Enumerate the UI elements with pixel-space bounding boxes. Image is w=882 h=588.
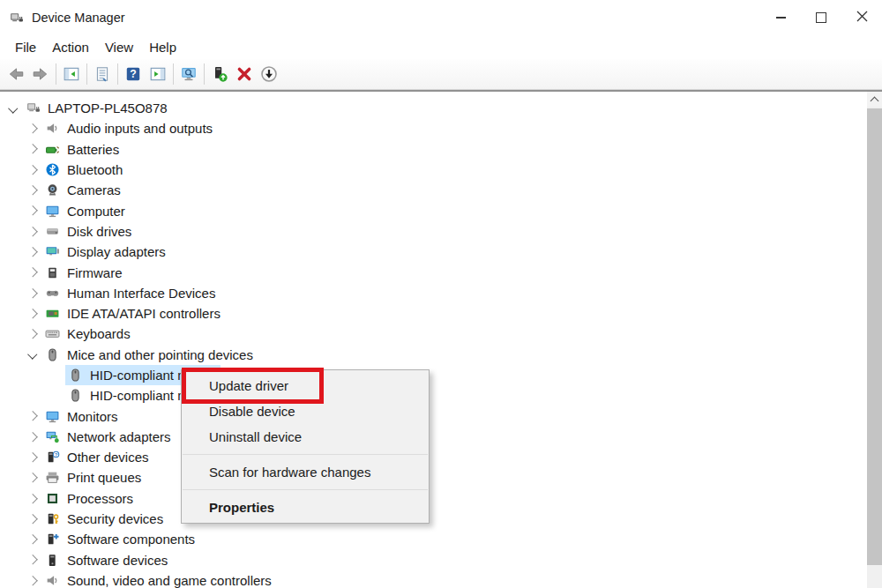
chevron-right-icon[interactable] (23, 331, 42, 338)
tree-item-cameras[interactable]: Cameras (0, 180, 882, 200)
tree-item-disk-drives[interactable]: Disk drives (0, 221, 882, 242)
help-button[interactable]: ? (121, 62, 146, 86)
chevron-right-icon[interactable] (23, 310, 42, 317)
tree-row-content[interactable]: Mice and other pointing devices (42, 345, 257, 365)
tree-row-content[interactable]: Monitors (42, 406, 122, 426)
tree-item-hid-compliant-mouse-14[interactable]: HID-compliant mouse (0, 385, 882, 406)
chevron-down-icon[interactable] (23, 351, 42, 358)
tree-row-content[interactable]: Computer (42, 200, 129, 220)
tree-row-content[interactable]: Cameras (42, 180, 124, 200)
scan-hardware-changes-button[interactable] (176, 62, 201, 86)
toolbar-separator (56, 63, 56, 85)
chevron-right-icon[interactable] (23, 434, 42, 441)
menu-help[interactable]: Help (141, 37, 184, 57)
toolbar-separator (117, 63, 118, 85)
tree-item-label: Human Interface Devices (66, 286, 215, 301)
properties-icon (93, 65, 111, 83)
chevron-right-icon[interactable] (23, 556, 42, 563)
tree-item-processors[interactable]: Processors (0, 488, 882, 509)
show-action-pane-button[interactable] (146, 62, 170, 86)
tree-item-laptop-pl45o878[interactable]: LAPTOP-PL45O878 (0, 98, 882, 118)
chevron-right-icon[interactable] (23, 516, 42, 523)
chevron-right-icon[interactable] (23, 167, 42, 174)
context-menu-item-scan-for-hardware-changes[interactable]: Scan for hardware changes (182, 459, 429, 485)
chevron-right-icon[interactable] (23, 290, 42, 297)
tree-item-print-queues[interactable]: Print queues (0, 467, 882, 488)
tree-row-content[interactable]: Sound, video and game controllers (42, 570, 275, 588)
show-console-tree-button[interactable] (59, 62, 84, 86)
tree-item-sound-video-and-game-controllers[interactable]: Sound, video and game controllers (0, 570, 882, 588)
tree-item-firmware[interactable]: Firmware (0, 262, 882, 282)
tree-row-content[interactable]: Security devices (42, 509, 167, 529)
chevron-right-icon[interactable] (23, 187, 42, 194)
scroll-up-button[interactable] (867, 92, 882, 107)
chevron-right-icon[interactable] (23, 536, 42, 543)
tree-row-content[interactable]: Audio inputs and outputs (42, 118, 216, 138)
tree-row-content[interactable]: Firmware (42, 262, 126, 282)
chevron-right-icon[interactable] (23, 495, 42, 502)
tree-row-content[interactable]: Print queues (42, 467, 145, 488)
tree-item-computer[interactable]: Computer (0, 200, 882, 220)
chevron-right-icon[interactable] (23, 474, 42, 481)
vertical-scrollbar[interactable] (867, 92, 882, 588)
tree-row-content[interactable]: LAPTOP-PL45O878 (23, 98, 171, 118)
help-icon: ? (124, 65, 142, 83)
tree-row-content[interactable]: Software components (42, 529, 198, 549)
tree-row-content[interactable]: Bluetooth (42, 160, 126, 180)
update-driver-button[interactable] (207, 62, 232, 86)
back-button[interactable] (4, 62, 28, 86)
menu-view[interactable]: View (97, 37, 141, 57)
tree-item-security-devices[interactable]: Security devices (0, 509, 882, 529)
tree-row-content[interactable]: Display adapters (42, 242, 169, 262)
tree-item-display-adapters[interactable]: Display adapters (0, 242, 882, 262)
tree-item-hid-compliant-mouse-13[interactable]: HID-compliant mouse (0, 365, 882, 385)
close-button[interactable] (841, 0, 882, 35)
disable-device-button[interactable] (257, 62, 281, 86)
tree-item-batteries[interactable]: Batteries (0, 139, 882, 160)
tree-item-human-interface-devices[interactable]: Human Interface Devices (0, 283, 882, 303)
tree-item-bluetooth[interactable]: Bluetooth (0, 160, 882, 180)
hid-icon (45, 286, 66, 301)
tree-row-content[interactable]: Disk drives (42, 221, 135, 242)
context-menu-item-uninstall-device[interactable]: Uninstall device (182, 424, 429, 450)
tree-row-content[interactable]: Batteries (42, 139, 123, 160)
tree-item-monitors[interactable]: Monitors (0, 406, 882, 426)
tree-row-content[interactable]: Keyboards (42, 324, 134, 344)
menu-action[interactable]: Action (44, 37, 97, 57)
maximize-button[interactable] (801, 0, 841, 35)
chevron-right-icon[interactable] (23, 577, 42, 584)
menu-file[interactable]: File (7, 37, 44, 57)
tree-row-content[interactable]: Software devices (42, 550, 171, 570)
window-controls (760, 0, 882, 35)
chevron-right-icon[interactable] (23, 269, 42, 276)
tree-row-content[interactable]: IDE ATA/ATAPI controllers (42, 303, 224, 324)
tree-item-software-devices[interactable]: Software devices (0, 550, 882, 570)
tree-item-mice-and-other-pointing-devices[interactable]: Mice and other pointing devices (0, 345, 882, 365)
chevron-right-icon[interactable] (23, 228, 42, 235)
tree-item-network-adapters[interactable]: Network adapters (0, 427, 882, 447)
context-menu-item-properties[interactable]: Properties (182, 495, 429, 520)
tree-item-keyboards[interactable]: Keyboards (0, 324, 882, 344)
chevron-down-icon[interactable] (4, 105, 23, 112)
chevron-right-icon[interactable] (23, 454, 42, 461)
tree-row-content[interactable]: Processors (42, 488, 137, 509)
forward-button[interactable] (28, 62, 53, 86)
properties-button[interactable] (90, 62, 115, 86)
tree-row-content[interactable]: ?Other devices (42, 447, 153, 467)
chevron-right-icon[interactable] (23, 249, 42, 256)
tree-row-content[interactable]: Human Interface Devices (42, 283, 219, 303)
tree-item-audio-inputs-and-outputs[interactable]: Audio inputs and outputs (0, 118, 882, 138)
tree-item-other-devices[interactable]: ?Other devices (0, 447, 882, 467)
tree-row-content[interactable]: Network adapters (42, 427, 175, 447)
tree-item-ide-ata-atapi-controllers[interactable]: IDE ATA/ATAPI controllers (0, 303, 882, 324)
chevron-right-icon[interactable] (23, 125, 42, 132)
chevron-right-icon[interactable] (23, 145, 42, 153)
minimize-button[interactable] (760, 0, 801, 35)
scrollbar-thumb[interactable] (867, 108, 882, 565)
uninstall-device-button[interactable] (232, 62, 257, 86)
tree-item-label: Cameras (66, 182, 121, 197)
tree-item-label: Other devices (66, 450, 149, 465)
chevron-right-icon[interactable] (23, 207, 42, 214)
tree-item-software-components[interactable]: Software components (0, 529, 882, 549)
chevron-right-icon[interactable] (23, 413, 42, 420)
